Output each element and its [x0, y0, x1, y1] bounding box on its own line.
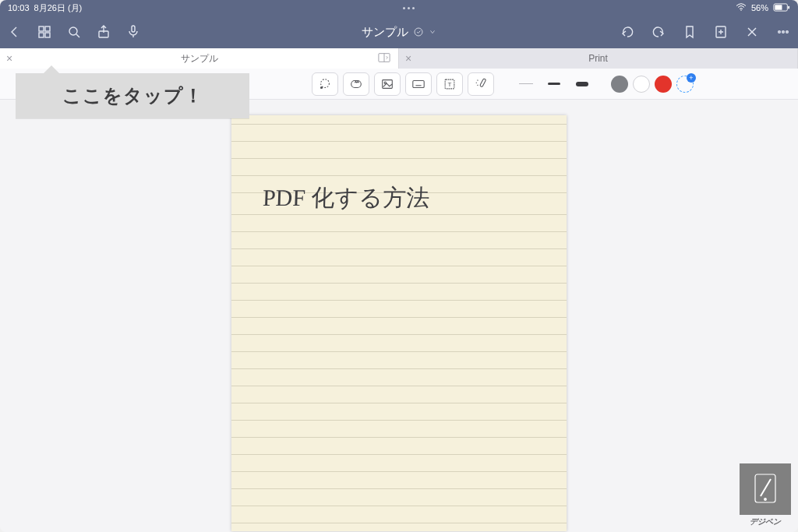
color-red-swatch[interactable]	[655, 76, 672, 93]
app-titlebar: サンプル	[0, 16, 798, 48]
multitask-dots-icon[interactable]	[403, 7, 415, 9]
canvas-area[interactable]: PDF 化する方法	[0, 100, 798, 532]
image-tool-icon[interactable]	[374, 72, 401, 96]
svg-rect-3	[788, 5, 789, 9]
chevron-down-icon	[429, 28, 436, 36]
ios-status-bar: 10:03 8月26日 (月) 56%	[0, 0, 798, 16]
wifi-icon	[736, 3, 747, 12]
note-page[interactable]: PDF 化する方法	[231, 115, 567, 531]
svg-point-19	[782, 31, 785, 33]
tab-print-label: Print	[588, 53, 608, 64]
svg-point-40	[764, 499, 767, 501]
tablet-pen-icon	[740, 463, 791, 515]
tab-strip: × サンプル × Print	[0, 48, 798, 69]
title-text: サンプル	[362, 25, 408, 40]
sync-indicator-icon	[413, 26, 424, 37]
svg-point-18	[779, 31, 781, 33]
callout-text: ここをタップ！	[62, 83, 203, 108]
svg-rect-7	[45, 33, 50, 37]
redo-button[interactable]	[650, 23, 667, 41]
svg-line-9	[76, 34, 79, 37]
svg-line-23	[387, 56, 388, 58]
add-page-icon[interactable]	[712, 23, 729, 41]
battery-icon	[773, 3, 790, 13]
svg-line-41	[761, 479, 771, 496]
stamp-tool-icon[interactable]	[343, 72, 369, 96]
lasso-tool-icon[interactable]	[312, 72, 338, 96]
undo-button[interactable]	[619, 23, 636, 41]
tab-close-icon[interactable]: ×	[6, 52, 12, 65]
plus-icon: +	[687, 73, 696, 83]
stroke-thin[interactable]	[514, 76, 538, 93]
svg-rect-4	[39, 26, 44, 31]
svg-point-26	[320, 86, 322, 88]
svg-line-24	[387, 58, 388, 59]
svg-rect-5	[45, 26, 50, 31]
tab-print[interactable]: × Print	[399, 48, 798, 69]
svg-text:T: T	[448, 80, 452, 87]
stroke-thick[interactable]	[570, 76, 594, 93]
svg-rect-38	[480, 78, 486, 86]
stroke-medium[interactable]	[542, 76, 566, 93]
color-gray-swatch[interactable]	[611, 76, 628, 93]
keyboard-tool-icon[interactable]	[405, 72, 432, 96]
svg-point-8	[69, 27, 77, 35]
svg-point-25	[321, 79, 330, 87]
watermark-label: デジペン	[737, 516, 793, 527]
svg-rect-6	[39, 33, 44, 37]
document-title[interactable]: サンプル	[209, 25, 589, 40]
status-time: 10:03	[8, 3, 30, 12]
add-color-swatch[interactable]: +	[676, 76, 694, 93]
status-date: 8月26日 (月)	[34, 2, 83, 14]
tab-close-icon[interactable]: ×	[405, 52, 411, 65]
handwritten-text: PDF 化する方法	[262, 182, 430, 214]
tutorial-callout: ここをタップ！	[16, 73, 249, 118]
watermark: デジペン	[737, 463, 793, 527]
svg-rect-30	[413, 80, 424, 87]
bookmark-icon[interactable]	[681, 23, 698, 41]
tab-document-label: サンプル	[181, 52, 218, 65]
more-icon[interactable]	[775, 23, 792, 41]
search-icon[interactable]	[65, 23, 83, 41]
status-left: 10:03 8月26日 (月)	[8, 2, 82, 14]
color-white-swatch[interactable]	[633, 76, 650, 93]
battery-percent: 56%	[751, 3, 768, 12]
split-view-icon[interactable]	[378, 52, 390, 65]
svg-point-29	[384, 82, 386, 83]
mic-icon[interactable]	[125, 23, 142, 41]
svg-point-0	[740, 9, 742, 11]
close-icon[interactable]	[743, 23, 761, 41]
svg-point-20	[786, 31, 789, 33]
grid-icon[interactable]	[36, 23, 53, 41]
back-button[interactable]	[6, 23, 23, 41]
share-icon[interactable]	[95, 23, 112, 41]
status-right: 56%	[736, 3, 790, 13]
text-tool-icon[interactable]: T	[436, 72, 463, 96]
svg-rect-11	[132, 26, 135, 32]
svg-rect-2	[775, 5, 782, 9]
magic-tool-icon[interactable]	[468, 72, 494, 96]
svg-point-12	[415, 28, 422, 36]
